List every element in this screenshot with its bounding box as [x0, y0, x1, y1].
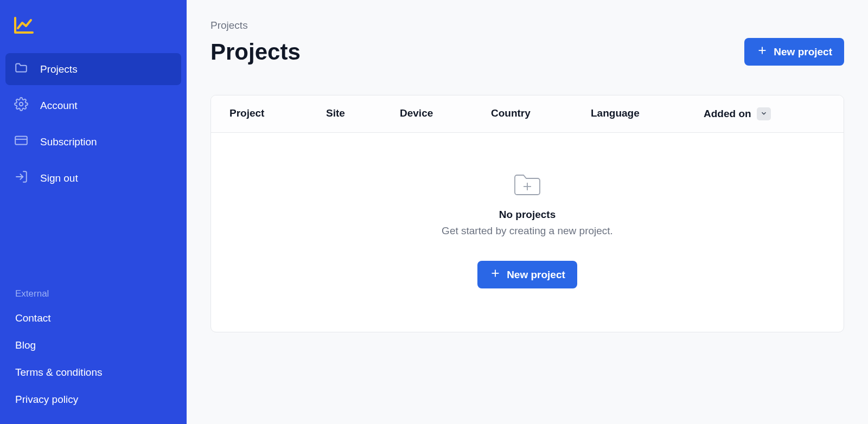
gear-icon	[14, 97, 28, 114]
external-link-terms[interactable]: Terms & conditions	[5, 359, 181, 386]
external-link-contact[interactable]: Contact	[5, 305, 181, 332]
th-device[interactable]: Device	[400, 107, 491, 120]
empty-state: No projects Get started by creating a ne…	[211, 133, 844, 332]
logo	[5, 16, 181, 53]
svg-rect-1	[15, 136, 27, 144]
folder-icon	[14, 61, 28, 78]
table-header: Project Site Device Country Language Add…	[211, 95, 844, 133]
th-country[interactable]: Country	[491, 107, 591, 120]
th-project[interactable]: Project	[229, 107, 326, 120]
sign-out-icon	[14, 170, 28, 187]
sidebar-item-label: Sign out	[40, 172, 78, 184]
th-label: Added on	[704, 108, 751, 120]
credit-card-icon	[14, 133, 28, 150]
sort-indicator[interactable]	[757, 107, 771, 120]
sidebar-item-projects[interactable]: Projects	[5, 53, 181, 85]
external-link-privacy[interactable]: Privacy policy	[5, 386, 181, 413]
th-site[interactable]: Site	[326, 107, 400, 120]
projects-card: Project Site Device Country Language Add…	[210, 95, 844, 332]
sidebar-item-signout[interactable]: Sign out	[5, 162, 181, 194]
page-header: Projects New project	[210, 38, 844, 66]
plus-icon	[756, 44, 768, 59]
th-language[interactable]: Language	[591, 107, 704, 120]
sidebar-item-account[interactable]: Account	[5, 89, 181, 121]
chevron-down-icon	[760, 108, 768, 120]
folder-plus-icon	[512, 171, 543, 198]
button-label: New project	[774, 46, 832, 58]
plus-icon	[489, 267, 501, 282]
sidebar-item-label: Projects	[40, 63, 78, 75]
sidebar: Projects Account Subscription Sign out E…	[0, 0, 187, 424]
external-header: External	[5, 283, 181, 305]
new-project-button-empty[interactable]: New project	[477, 261, 577, 288]
page-title: Projects	[210, 39, 301, 65]
main-content: Projects Projects New project Project Si…	[187, 0, 868, 424]
empty-state-title: No projects	[222, 209, 833, 221]
svg-point-0	[20, 102, 23, 106]
sidebar-item-subscription[interactable]: Subscription	[5, 126, 181, 158]
new-project-button[interactable]: New project	[744, 38, 844, 66]
empty-state-subtitle: Get started by creating a new project.	[222, 225, 833, 237]
sidebar-item-label: Account	[40, 100, 78, 112]
button-label: New project	[507, 269, 565, 281]
sidebar-item-label: Subscription	[40, 136, 97, 148]
th-added-on[interactable]: Added on	[704, 107, 771, 120]
breadcrumb: Projects	[210, 20, 844, 31]
external-link-blog[interactable]: Blog	[5, 332, 181, 359]
